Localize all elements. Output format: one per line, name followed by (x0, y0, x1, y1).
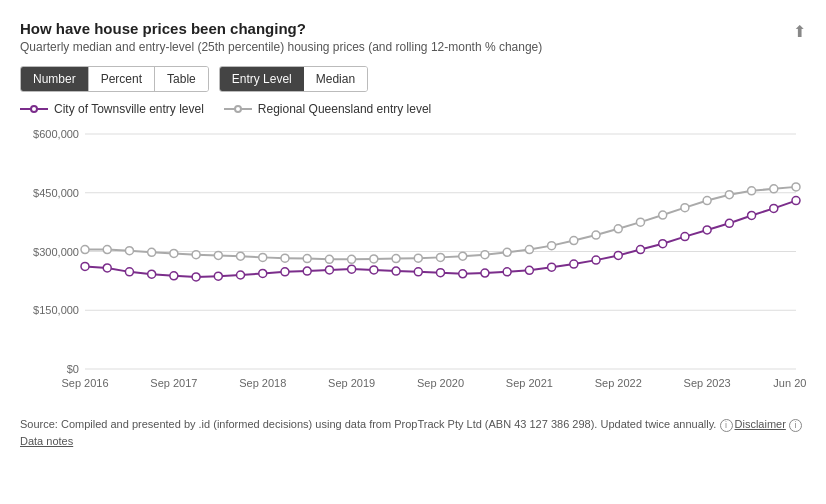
svg-point-76 (614, 251, 622, 259)
svg-point-28 (281, 254, 289, 262)
svg-point-43 (614, 225, 622, 233)
legend: City of Townsville entry level Regional … (20, 102, 806, 116)
percent-button[interactable]: Percent (88, 67, 154, 91)
share-icon[interactable]: ⬆ (793, 22, 806, 41)
svg-text:$600,000: $600,000 (33, 128, 79, 140)
main-card: How have house prices been changing? Qua… (0, 0, 826, 504)
svg-point-60 (259, 269, 267, 277)
svg-point-80 (703, 226, 711, 234)
svg-point-58 (214, 272, 222, 280)
svg-point-52 (81, 262, 89, 270)
svg-point-55 (148, 270, 156, 278)
svg-point-66 (392, 267, 400, 275)
svg-point-39 (525, 246, 533, 254)
svg-point-81 (725, 219, 733, 227)
svg-point-51 (792, 183, 800, 191)
disclaimer-info-icon[interactable]: i (720, 419, 733, 432)
svg-point-31 (348, 255, 356, 263)
data-notes-link[interactable]: Data notes (20, 435, 73, 447)
svg-point-46 (681, 204, 689, 212)
svg-text:Sep 2018: Sep 2018 (239, 377, 286, 389)
svg-point-38 (503, 248, 511, 256)
legend-label-townsville: City of Townsville entry level (54, 102, 204, 116)
svg-point-82 (748, 211, 756, 219)
svg-point-33 (392, 255, 400, 263)
data-notes-info-icon[interactable]: i (789, 419, 802, 432)
svg-point-64 (348, 265, 356, 273)
svg-point-44 (636, 218, 644, 226)
svg-text:Sep 2017: Sep 2017 (150, 377, 197, 389)
svg-point-67 (414, 268, 422, 276)
number-button[interactable]: Number (21, 67, 88, 91)
svg-text:$150,000: $150,000 (33, 304, 79, 316)
svg-point-69 (459, 270, 467, 278)
median-button[interactable]: Median (304, 67, 367, 91)
svg-point-29 (303, 255, 311, 263)
svg-point-47 (703, 197, 711, 205)
svg-point-49 (748, 187, 756, 195)
view-type-group: Number Percent Table (20, 66, 209, 92)
svg-point-22 (148, 248, 156, 256)
svg-point-72 (525, 266, 533, 274)
header-row: How have house prices been changing? Qua… (20, 20, 806, 54)
svg-text:Sep 2020: Sep 2020 (417, 377, 464, 389)
svg-point-73 (548, 263, 556, 271)
svg-point-35 (437, 253, 445, 261)
svg-point-62 (303, 267, 311, 275)
svg-point-65 (370, 266, 378, 274)
chart-area: $600,000$450,000$300,000$150,000$0Sep 20… (20, 124, 806, 404)
chart-svg: $600,000$450,000$300,000$150,000$0Sep 20… (20, 124, 806, 404)
svg-point-32 (370, 255, 378, 263)
svg-text:Jun 2024: Jun 2024 (773, 377, 806, 389)
footer: Source: Compiled and presented by .id (i… (20, 416, 806, 449)
svg-point-68 (437, 269, 445, 277)
legend-townsville: City of Townsville entry level (20, 102, 204, 116)
svg-text:$300,000: $300,000 (33, 246, 79, 258)
svg-text:$0: $0 (67, 363, 79, 375)
svg-point-45 (659, 211, 667, 219)
entry-level-button[interactable]: Entry Level (220, 67, 304, 91)
svg-point-54 (125, 268, 133, 276)
svg-point-59 (237, 271, 245, 279)
svg-point-84 (792, 197, 800, 205)
table-button[interactable]: Table (154, 67, 208, 91)
disclaimer-link[interactable]: Disclaimer (735, 418, 786, 430)
svg-point-61 (281, 268, 289, 276)
svg-point-83 (770, 204, 778, 212)
svg-point-34 (414, 254, 422, 262)
svg-point-78 (659, 240, 667, 248)
svg-point-24 (192, 251, 200, 259)
svg-point-71 (503, 268, 511, 276)
svg-point-50 (770, 185, 778, 193)
svg-point-56 (170, 272, 178, 280)
svg-point-42 (592, 231, 600, 239)
price-type-group: Entry Level Median (219, 66, 368, 92)
svg-point-23 (170, 249, 178, 257)
controls-row: Number Percent Table Entry Level Median (20, 66, 806, 92)
page-subtitle: Quarterly median and entry-level (25th p… (20, 40, 542, 54)
svg-point-77 (636, 246, 644, 254)
svg-point-37 (481, 251, 489, 259)
svg-point-30 (325, 255, 333, 263)
svg-point-20 (103, 246, 111, 254)
svg-point-36 (459, 252, 467, 260)
svg-text:Sep 2022: Sep 2022 (595, 377, 642, 389)
svg-point-74 (570, 260, 578, 268)
svg-point-19 (81, 246, 89, 254)
svg-point-63 (325, 266, 333, 274)
svg-text:Sep 2016: Sep 2016 (61, 377, 108, 389)
svg-text:Sep 2019: Sep 2019 (328, 377, 375, 389)
svg-point-40 (548, 242, 556, 250)
legend-line-queensland (224, 104, 252, 114)
svg-point-79 (681, 233, 689, 241)
legend-label-queensland: Regional Queensland entry level (258, 102, 431, 116)
source-text: Source: Compiled and presented by .id (i… (20, 418, 716, 430)
svg-point-21 (125, 247, 133, 255)
page-title: How have house prices been changing? (20, 20, 542, 37)
svg-point-25 (214, 251, 222, 259)
header-text: How have house prices been changing? Qua… (20, 20, 542, 54)
svg-point-41 (570, 237, 578, 245)
svg-point-53 (103, 264, 111, 272)
svg-text:Sep 2023: Sep 2023 (684, 377, 731, 389)
svg-text:Sep 2021: Sep 2021 (506, 377, 553, 389)
